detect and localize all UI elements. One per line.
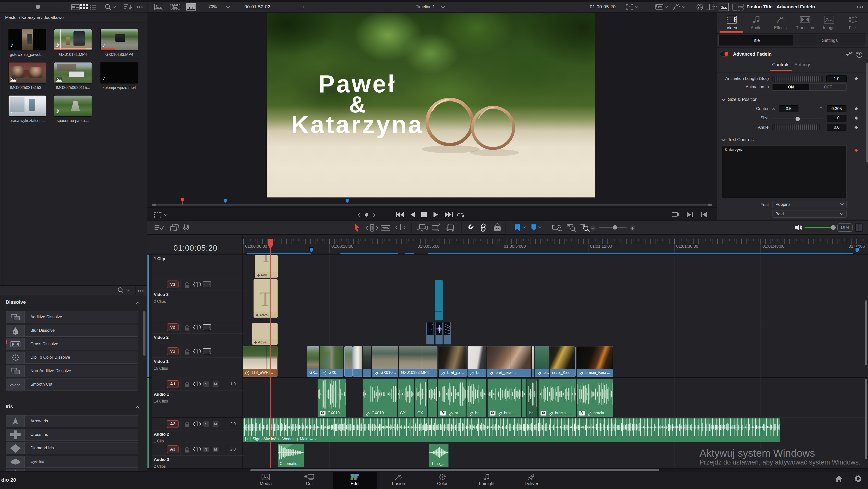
svg-text:HQ: HQ [659,6,662,8]
